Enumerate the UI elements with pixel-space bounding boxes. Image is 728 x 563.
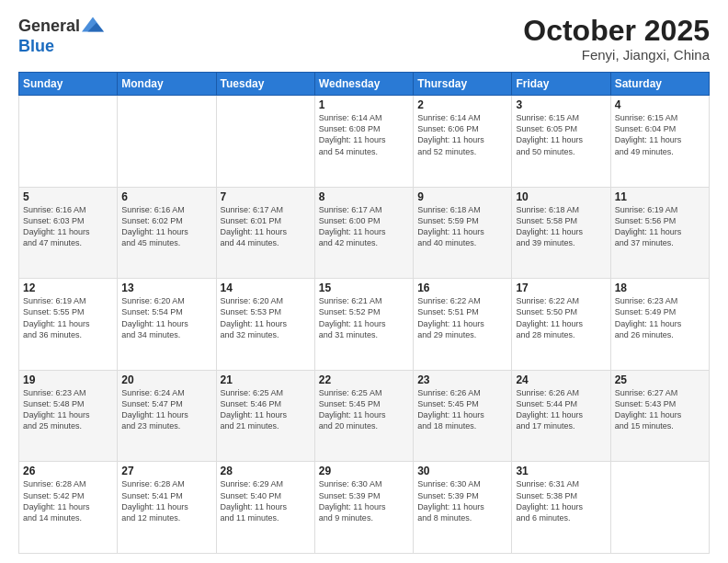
header: General Blue October 2025 Fenyi, Jiangxi… <box>18 15 710 63</box>
logo: General Blue <box>18 15 104 56</box>
day-number: 2 <box>417 98 507 111</box>
day-info: Sunrise: 6:27 AM Sunset: 5:43 PM Dayligh… <box>615 387 705 432</box>
col-friday: Friday <box>512 73 610 96</box>
day-info: Sunrise: 6:15 AM Sunset: 6:04 PM Dayligh… <box>615 112 705 157</box>
logo-blue: Blue <box>18 37 104 56</box>
day-info: Sunrise: 6:25 AM Sunset: 5:45 PM Dayligh… <box>319 387 409 432</box>
day-info: Sunrise: 6:14 AM Sunset: 6:08 PM Dayligh… <box>319 112 409 157</box>
day-number: 18 <box>615 282 705 294</box>
day-number: 30 <box>417 465 507 477</box>
day-number: 17 <box>516 282 606 294</box>
day-info: Sunrise: 6:18 AM Sunset: 5:59 PM Dayligh… <box>417 204 507 249</box>
day-info: Sunrise: 6:21 AM Sunset: 5:52 PM Dayligh… <box>319 295 409 340</box>
day-number: 7 <box>221 190 311 203</box>
table-row: 15Sunrise: 6:21 AM Sunset: 5:52 PM Dayli… <box>314 279 413 371</box>
table-row: 18Sunrise: 6:23 AM Sunset: 5:49 PM Dayli… <box>610 279 709 371</box>
table-row: 7Sunrise: 6:17 AM Sunset: 6:01 PM Daylig… <box>216 187 314 279</box>
calendar-title: October 2025 <box>523 15 710 47</box>
day-info: Sunrise: 6:20 AM Sunset: 5:53 PM Dayligh… <box>221 295 311 340</box>
day-number: 6 <box>121 190 211 203</box>
calendar-week-row: 1Sunrise: 6:14 AM Sunset: 6:08 PM Daylig… <box>19 96 710 188</box>
calendar-header-row: Sunday Monday Tuesday Wednesday Thursday… <box>19 73 710 96</box>
table-row: 3Sunrise: 6:15 AM Sunset: 6:05 PM Daylig… <box>512 96 610 188</box>
day-number: 27 <box>121 465 211 477</box>
col-thursday: Thursday <box>414 73 512 96</box>
day-info: Sunrise: 6:23 AM Sunset: 5:48 PM Dayligh… <box>23 387 113 432</box>
day-info: Sunrise: 6:20 AM Sunset: 5:54 PM Dayligh… <box>121 295 211 340</box>
day-number: 14 <box>221 282 311 294</box>
calendar-subtitle: Fenyi, Jiangxi, China <box>523 47 710 63</box>
table-row: 17Sunrise: 6:22 AM Sunset: 5:50 PM Dayli… <box>512 279 610 371</box>
day-info: Sunrise: 6:30 AM Sunset: 5:39 PM Dayligh… <box>319 478 409 523</box>
day-info: Sunrise: 6:24 AM Sunset: 5:47 PM Dayligh… <box>121 387 211 432</box>
table-row: 11Sunrise: 6:19 AM Sunset: 5:56 PM Dayli… <box>610 187 709 279</box>
day-number: 12 <box>23 282 113 294</box>
table-row: 5Sunrise: 6:16 AM Sunset: 6:03 PM Daylig… <box>19 187 118 279</box>
day-info: Sunrise: 6:15 AM Sunset: 6:05 PM Dayligh… <box>516 112 606 157</box>
table-row: 30Sunrise: 6:30 AM Sunset: 5:39 PM Dayli… <box>414 462 512 554</box>
table-row: 4Sunrise: 6:15 AM Sunset: 6:04 PM Daylig… <box>610 96 709 188</box>
day-info: Sunrise: 6:26 AM Sunset: 5:45 PM Dayligh… <box>417 387 507 432</box>
day-number: 26 <box>23 465 113 477</box>
day-number: 4 <box>615 98 705 111</box>
day-info: Sunrise: 6:29 AM Sunset: 5:40 PM Dayligh… <box>221 478 311 523</box>
day-number: 21 <box>221 373 311 386</box>
table-row: 22Sunrise: 6:25 AM Sunset: 5:45 PM Dayli… <box>314 370 413 462</box>
day-info: Sunrise: 6:25 AM Sunset: 5:46 PM Dayligh… <box>221 387 311 432</box>
table-row: 20Sunrise: 6:24 AM Sunset: 5:47 PM Dayli… <box>118 370 216 462</box>
table-row <box>216 96 314 188</box>
day-info: Sunrise: 6:17 AM Sunset: 6:01 PM Dayligh… <box>221 204 311 249</box>
table-row: 12Sunrise: 6:19 AM Sunset: 5:55 PM Dayli… <box>19 279 118 371</box>
day-info: Sunrise: 6:17 AM Sunset: 6:00 PM Dayligh… <box>319 204 409 249</box>
day-number: 31 <box>516 465 606 477</box>
table-row: 29Sunrise: 6:30 AM Sunset: 5:39 PM Dayli… <box>314 462 413 554</box>
day-number: 3 <box>516 98 606 111</box>
table-row: 2Sunrise: 6:14 AM Sunset: 6:06 PM Daylig… <box>414 96 512 188</box>
day-info: Sunrise: 6:16 AM Sunset: 6:03 PM Dayligh… <box>23 204 113 249</box>
day-number: 19 <box>23 373 113 386</box>
day-number: 20 <box>121 373 211 386</box>
day-info: Sunrise: 6:26 AM Sunset: 5:44 PM Dayligh… <box>516 387 606 432</box>
day-info: Sunrise: 6:28 AM Sunset: 5:42 PM Dayligh… <box>23 478 113 523</box>
day-number: 10 <box>516 190 606 203</box>
day-info: Sunrise: 6:18 AM Sunset: 5:58 PM Dayligh… <box>516 204 606 249</box>
col-tuesday: Tuesday <box>216 73 314 96</box>
calendar-week-row: 12Sunrise: 6:19 AM Sunset: 5:55 PM Dayli… <box>19 279 710 371</box>
day-info: Sunrise: 6:16 AM Sunset: 6:02 PM Dayligh… <box>121 204 211 249</box>
table-row: 28Sunrise: 6:29 AM Sunset: 5:40 PM Dayli… <box>216 462 314 554</box>
calendar-table: Sunday Monday Tuesday Wednesday Thursday… <box>18 72 710 554</box>
day-number: 23 <box>417 373 507 386</box>
day-info: Sunrise: 6:30 AM Sunset: 5:39 PM Dayligh… <box>417 478 507 523</box>
col-wednesday: Wednesday <box>314 73 413 96</box>
page: General Blue October 2025 Fenyi, Jiangxi… <box>0 0 728 563</box>
day-number: 15 <box>319 282 409 294</box>
day-number: 8 <box>319 190 409 203</box>
logo-icon <box>82 15 104 37</box>
table-row: 26Sunrise: 6:28 AM Sunset: 5:42 PM Dayli… <box>19 462 118 554</box>
table-row: 9Sunrise: 6:18 AM Sunset: 5:59 PM Daylig… <box>414 187 512 279</box>
table-row: 25Sunrise: 6:27 AM Sunset: 5:43 PM Dayli… <box>610 370 709 462</box>
day-number: 5 <box>23 190 113 203</box>
table-row: 6Sunrise: 6:16 AM Sunset: 6:02 PM Daylig… <box>118 187 216 279</box>
day-info: Sunrise: 6:19 AM Sunset: 5:56 PM Dayligh… <box>615 204 705 249</box>
day-info: Sunrise: 6:23 AM Sunset: 5:49 PM Dayligh… <box>615 295 705 340</box>
day-number: 16 <box>417 282 507 294</box>
table-row: 10Sunrise: 6:18 AM Sunset: 5:58 PM Dayli… <box>512 187 610 279</box>
col-saturday: Saturday <box>610 73 709 96</box>
table-row: 16Sunrise: 6:22 AM Sunset: 5:51 PM Dayli… <box>414 279 512 371</box>
table-row: 23Sunrise: 6:26 AM Sunset: 5:45 PM Dayli… <box>414 370 512 462</box>
day-number: 25 <box>615 373 705 386</box>
day-number: 11 <box>615 190 705 203</box>
table-row: 13Sunrise: 6:20 AM Sunset: 5:54 PM Dayli… <box>118 279 216 371</box>
table-row: 27Sunrise: 6:28 AM Sunset: 5:41 PM Dayli… <box>118 462 216 554</box>
day-number: 24 <box>516 373 606 386</box>
col-monday: Monday <box>118 73 216 96</box>
day-info: Sunrise: 6:14 AM Sunset: 6:06 PM Dayligh… <box>417 112 507 157</box>
table-row: 14Sunrise: 6:20 AM Sunset: 5:53 PM Dayli… <box>216 279 314 371</box>
day-info: Sunrise: 6:31 AM Sunset: 5:38 PM Dayligh… <box>516 478 606 523</box>
logo-general: General <box>18 17 80 36</box>
title-block: October 2025 Fenyi, Jiangxi, China <box>523 15 710 63</box>
day-info: Sunrise: 6:28 AM Sunset: 5:41 PM Dayligh… <box>121 478 211 523</box>
table-row: 24Sunrise: 6:26 AM Sunset: 5:44 PM Dayli… <box>512 370 610 462</box>
col-sunday: Sunday <box>19 73 118 96</box>
